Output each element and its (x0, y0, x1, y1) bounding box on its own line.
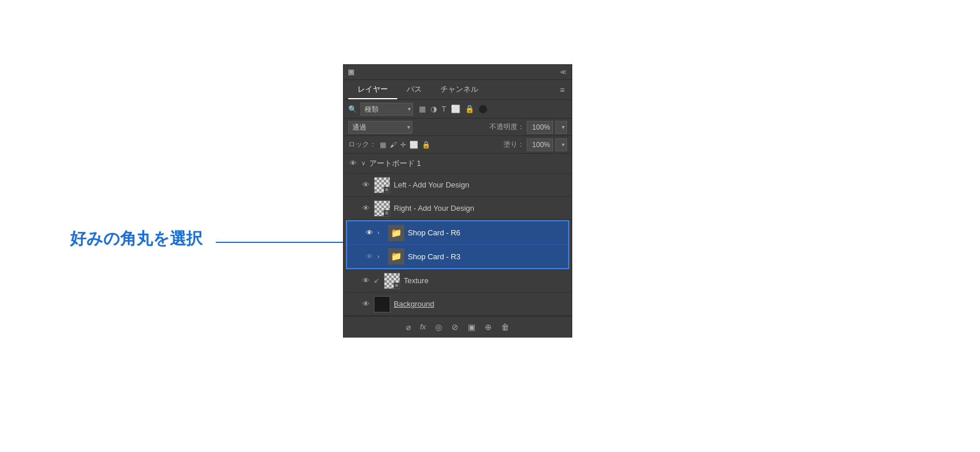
layer-name-right-design: Right - Add Your Design (394, 204, 567, 213)
layer-row-texture[interactable]: 👁 ↙ ⊞ Texture (344, 269, 572, 293)
fill-input[interactable] (527, 138, 553, 151)
tab-paths[interactable]: パス (397, 81, 431, 99)
thumb-background (374, 296, 390, 312)
expand-shop-card-r3[interactable]: › (377, 253, 384, 260)
layer-name-shop-card-r3: Shop Card - R3 (408, 252, 564, 261)
close-button[interactable]: ✕ (348, 69, 354, 75)
blend-mode-select[interactable]: 通過 (348, 121, 412, 134)
layer-row-right-design[interactable]: 👁 ⊞ Right - Add Your Design (344, 197, 572, 220)
lock-filter-icon[interactable]: 🔒 (465, 105, 474, 113)
blend-mode-select-wrap: 通過 (348, 121, 412, 134)
thumb-right-design: ⊞ (374, 200, 390, 217)
lock-icons: ▦ 🖌 ✛ ⬜ 🔒 (380, 141, 430, 149)
type-filter-icon[interactable]: T (442, 105, 446, 113)
link-icon[interactable]: ⌀ (406, 322, 411, 332)
layer-name-left-design: Left - Add Your Design (394, 180, 567, 189)
group-icon[interactable]: ▣ (468, 322, 475, 332)
filter-icons: ▦ ◑ T ⬜ 🔒 (419, 105, 487, 113)
annotation-arrow (216, 238, 351, 246)
lock-label: ロック： (348, 140, 376, 149)
delete-icon[interactable]: 🗑 (501, 322, 509, 332)
opacity-select-wrap (555, 121, 567, 134)
panel-header-left: ✕ (348, 69, 354, 75)
tab-channels[interactable]: チャンネル (431, 81, 488, 99)
lock-pixels-icon[interactable]: ▦ (380, 141, 386, 149)
panel-menu-button[interactable]: ≡ (558, 83, 567, 97)
lock-move-icon[interactable]: ✛ (400, 141, 406, 149)
fill-select-wrap (555, 138, 567, 151)
fill-wrap: 塗り： (503, 138, 567, 151)
lock-row: ロック： ▦ 🖌 ✛ ⬜ 🔒 塗り： (344, 136, 572, 154)
opacity-input[interactable] (527, 121, 553, 134)
annotation-text: 好みの角丸を選択 (70, 228, 202, 250)
opacity-dropdown[interactable] (555, 121, 567, 134)
layer-name-background: Background (394, 300, 567, 308)
opacity-label: 不透明度： (489, 122, 524, 132)
eye-icon-artboard1[interactable]: 👁 (348, 159, 358, 168)
lock-paint-icon[interactable]: 🖌 (390, 141, 397, 149)
artboard-name: アートボード 1 (369, 158, 421, 169)
tab-layers[interactable]: レイヤー (348, 81, 397, 99)
layer-row-shop-card-r3[interactable]: 👁 › 📁 Shop Card - R3 (347, 245, 568, 268)
shape-filter-icon[interactable]: ⬜ (451, 105, 460, 113)
lock-artboard-icon[interactable]: ⬜ (410, 141, 418, 149)
adjustment-filter-icon[interactable]: ◑ (430, 105, 437, 113)
new-fill-icon[interactable]: ◎ (435, 322, 442, 332)
layer-row-artboard1[interactable]: 👁 ∨ アートボード 1 (344, 154, 572, 173)
expand-shop-card-r6[interactable]: › (377, 230, 384, 236)
layer-name-shop-card-r6: Shop Card - R6 (408, 228, 564, 237)
new-layer-icon[interactable]: ⊕ (485, 322, 492, 332)
texture-effect-arrow: ↙ (374, 277, 379, 284)
fill-dropdown[interactable] (555, 138, 567, 151)
filter-select-wrap: 種類 (360, 103, 413, 116)
fx-icon[interactable]: fx (420, 322, 426, 331)
ps-panel: ✕ ≪ レイヤー パス チャンネル ≡ 🔍 (343, 64, 572, 338)
filter-type-select[interactable]: 種類 (360, 103, 413, 116)
selected-group-wrapper: 👁 › 📁 Shop Card - R6 👁 › 📁 Shop Card - R… (346, 220, 569, 269)
thumb-left-design: ⊞ (374, 177, 390, 193)
color-filter-circle[interactable] (479, 105, 487, 113)
layer-row-background[interactable]: 👁 Background (344, 293, 572, 316)
eye-icon-shop-card-r6[interactable]: 👁 (365, 228, 374, 237)
artboard-chevron: ∨ (361, 159, 366, 167)
layer-name-texture: Texture (404, 276, 567, 285)
eye-icon-right-design[interactable]: 👁 (361, 204, 370, 213)
tabs-bar: レイヤー パス チャンネル ≡ (344, 80, 572, 100)
bottom-toolbar: ⌀ fx ◎ ⊘ ▣ ⊕ 🗑 (344, 316, 572, 337)
eye-icon-left-design[interactable]: 👁 (361, 180, 370, 189)
fill-label: 塗り： (503, 140, 524, 149)
layer-row-shop-card-r6[interactable]: 👁 › 📁 Shop Card - R6 (347, 221, 568, 245)
page-container: 好みの角丸を選択 ✕ ≪ レイヤー パス チャンネル (0, 0, 980, 452)
mask-icon[interactable]: ⊘ (452, 322, 459, 332)
lock-all-icon[interactable]: 🔒 (422, 141, 430, 149)
pixel-filter-icon[interactable]: ▦ (419, 105, 426, 113)
opacity-wrap: 不透明度： (489, 121, 567, 134)
eye-icon-texture[interactable]: 👁 (361, 276, 370, 285)
layer-row-left-design[interactable]: 👁 ⊞ Left - Add Your Design (344, 173, 572, 197)
eye-icon-shop-card-r3[interactable]: 👁 (365, 252, 374, 261)
search-icon: 🔍 (348, 105, 357, 113)
layers-list: 👁 ∨ アートボード 1 👁 ⊞ Left - Add Your Design … (344, 154, 572, 316)
arrow-line (216, 242, 344, 243)
blend-row: 通過 不透明度： (344, 119, 572, 136)
thumb-texture: ⊞ (384, 273, 400, 289)
eye-icon-background[interactable]: 👁 (361, 300, 370, 308)
collapse-button[interactable]: ≪ (560, 68, 567, 76)
panel-header: ✕ ≪ (344, 65, 572, 80)
filter-row: 🔍 種類 ▦ ◑ T ⬜ 🔒 (344, 100, 572, 119)
tabs-left: レイヤー パス チャンネル (348, 81, 488, 99)
